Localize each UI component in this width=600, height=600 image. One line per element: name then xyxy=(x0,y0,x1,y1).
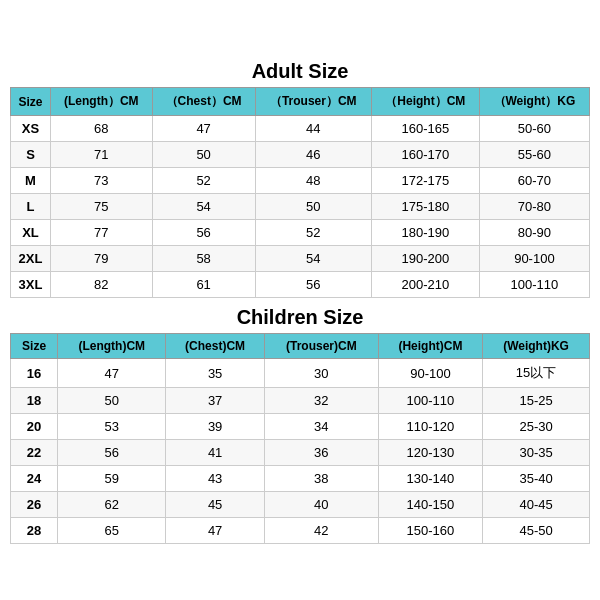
children-header-cell: (Height)CM xyxy=(378,334,482,359)
table-cell: 35 xyxy=(166,359,265,388)
table-row: 22564136120-13030-35 xyxy=(11,440,590,466)
adult-header-cell: （Trouser）CM xyxy=(255,88,371,116)
table-cell: 28 xyxy=(11,518,58,544)
table-cell: 56 xyxy=(255,272,371,298)
children-header-cell: (Weight)KG xyxy=(483,334,590,359)
table-cell: XS xyxy=(11,116,51,142)
table-cell: 42 xyxy=(264,518,378,544)
table-cell: 82 xyxy=(51,272,153,298)
table-cell: 56 xyxy=(152,220,255,246)
table-cell: 47 xyxy=(152,116,255,142)
table-cell: 35-40 xyxy=(483,466,590,492)
table-cell: 54 xyxy=(255,246,371,272)
table-cell: 32 xyxy=(264,388,378,414)
adult-header-row: Size(Length）CM（Chest）CM（Trouser）CM（Heigh… xyxy=(11,88,590,116)
table-cell: 200-210 xyxy=(371,272,479,298)
table-cell: 46 xyxy=(255,142,371,168)
adult-table: Size(Length）CM（Chest）CM（Trouser）CM（Heigh… xyxy=(10,87,590,298)
table-cell: 39 xyxy=(166,414,265,440)
table-cell: 160-165 xyxy=(371,116,479,142)
table-cell: 90-100 xyxy=(479,246,589,272)
table-cell: 38 xyxy=(264,466,378,492)
table-cell: 30-35 xyxy=(483,440,590,466)
table-cell: 140-150 xyxy=(378,492,482,518)
table-cell: 26 xyxy=(11,492,58,518)
table-row: L755450175-18070-80 xyxy=(11,194,590,220)
table-cell: 25-30 xyxy=(483,414,590,440)
table-cell: 40 xyxy=(264,492,378,518)
children-title: Children Size xyxy=(10,300,590,333)
table-cell: 16 xyxy=(11,359,58,388)
table-cell: 100-110 xyxy=(378,388,482,414)
table-cell: 73 xyxy=(51,168,153,194)
table-cell: 52 xyxy=(255,220,371,246)
table-cell: S xyxy=(11,142,51,168)
adult-header-cell: (Length）CM xyxy=(51,88,153,116)
table-cell: 20 xyxy=(11,414,58,440)
table-cell: 61 xyxy=(152,272,255,298)
table-cell: 65 xyxy=(58,518,166,544)
table-cell: M xyxy=(11,168,51,194)
table-cell: 75 xyxy=(51,194,153,220)
children-header-cell: (Chest)CM xyxy=(166,334,265,359)
table-cell: 15-25 xyxy=(483,388,590,414)
table-cell: L xyxy=(11,194,51,220)
adult-header-cell: （Chest）CM xyxy=(152,88,255,116)
table-cell: 60-70 xyxy=(479,168,589,194)
table-cell: 2XL xyxy=(11,246,51,272)
table-cell: 3XL xyxy=(11,272,51,298)
table-cell: 56 xyxy=(58,440,166,466)
table-cell: 36 xyxy=(264,440,378,466)
table-cell: 130-140 xyxy=(378,466,482,492)
table-row: S715046160-17055-60 xyxy=(11,142,590,168)
table-cell: 45-50 xyxy=(483,518,590,544)
table-cell: 45 xyxy=(166,492,265,518)
table-cell: 160-170 xyxy=(371,142,479,168)
table-cell: 90-100 xyxy=(378,359,482,388)
table-cell: 120-130 xyxy=(378,440,482,466)
table-cell: 50 xyxy=(255,194,371,220)
table-cell: 18 xyxy=(11,388,58,414)
table-cell: 43 xyxy=(166,466,265,492)
table-cell: 50-60 xyxy=(479,116,589,142)
table-cell: 15以下 xyxy=(483,359,590,388)
table-row: 26624540140-15040-45 xyxy=(11,492,590,518)
table-cell: 71 xyxy=(51,142,153,168)
table-cell: XL xyxy=(11,220,51,246)
table-cell: 22 xyxy=(11,440,58,466)
table-cell: 52 xyxy=(152,168,255,194)
table-cell: 172-175 xyxy=(371,168,479,194)
table-cell: 58 xyxy=(152,246,255,272)
table-row: XL775652180-19080-90 xyxy=(11,220,590,246)
table-cell: 48 xyxy=(255,168,371,194)
children-header-row: Size(Length)CM(Chest)CM(Trouser)CM(Heigh… xyxy=(11,334,590,359)
table-cell: 79 xyxy=(51,246,153,272)
adult-header-cell: （Height）CM xyxy=(371,88,479,116)
table-cell: 100-110 xyxy=(479,272,589,298)
table-row: 18503732100-11015-25 xyxy=(11,388,590,414)
children-header-cell: Size xyxy=(11,334,58,359)
adult-title: Adult Size xyxy=(10,54,590,87)
table-row: 1647353090-10015以下 xyxy=(11,359,590,388)
table-cell: 47 xyxy=(58,359,166,388)
adult-header-cell: Size xyxy=(11,88,51,116)
table-cell: 59 xyxy=(58,466,166,492)
table-cell: 50 xyxy=(58,388,166,414)
children-header-cell: (Length)CM xyxy=(58,334,166,359)
table-cell: 55-60 xyxy=(479,142,589,168)
table-row: 20533934110-12025-30 xyxy=(11,414,590,440)
table-row: XS684744160-16550-60 xyxy=(11,116,590,142)
table-cell: 40-45 xyxy=(483,492,590,518)
table-cell: 175-180 xyxy=(371,194,479,220)
table-cell: 54 xyxy=(152,194,255,220)
table-cell: 80-90 xyxy=(479,220,589,246)
table-row: 24594338130-14035-40 xyxy=(11,466,590,492)
table-row: 28654742150-16045-50 xyxy=(11,518,590,544)
table-cell: 68 xyxy=(51,116,153,142)
table-cell: 62 xyxy=(58,492,166,518)
table-cell: 24 xyxy=(11,466,58,492)
table-cell: 44 xyxy=(255,116,371,142)
table-cell: 77 xyxy=(51,220,153,246)
table-row: 3XL826156200-210100-110 xyxy=(11,272,590,298)
table-cell: 70-80 xyxy=(479,194,589,220)
